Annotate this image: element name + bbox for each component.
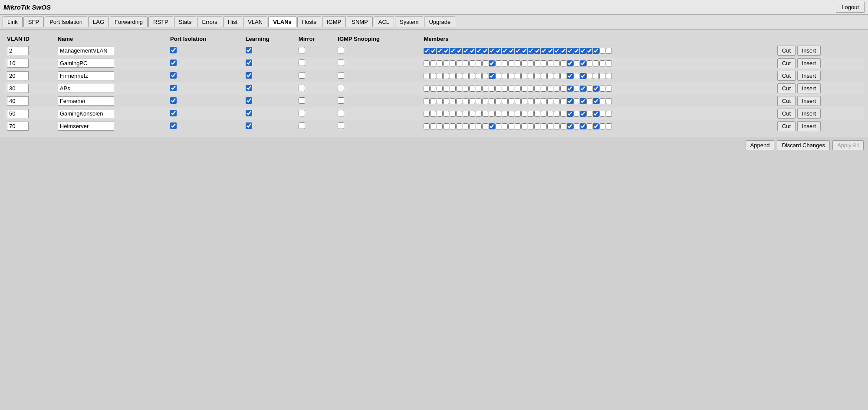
member-checkbox-21[interactable] (560, 86, 566, 92)
member-checkbox-22[interactable] (567, 48, 573, 54)
member-checkbox-8[interactable] (476, 60, 482, 66)
member-checkbox-23[interactable] (573, 123, 579, 129)
member-checkbox-10[interactable] (489, 86, 495, 92)
member-checkbox-13[interactable] (508, 123, 514, 129)
port-isolation-checkbox[interactable] (170, 60, 177, 66)
member-checkbox-17[interactable] (534, 73, 540, 79)
cut-button[interactable]: Cut (777, 46, 796, 56)
member-checkbox-9[interactable] (482, 111, 488, 117)
member-checkbox-17[interactable] (534, 48, 540, 54)
member-checkbox-12[interactable] (502, 48, 508, 54)
member-checkbox-25[interactable] (586, 48, 592, 54)
port-isolation-checkbox[interactable] (170, 97, 177, 104)
member-checkbox-23[interactable] (573, 73, 579, 79)
vlan-name-input[interactable] (58, 109, 114, 118)
member-checkbox-25[interactable] (586, 98, 592, 104)
member-checkbox-16[interactable] (528, 48, 534, 54)
nav-tab-acl[interactable]: ACL (374, 17, 394, 27)
member-checkbox-18[interactable] (541, 86, 547, 92)
member-checkbox-3[interactable] (443, 123, 449, 129)
member-checkbox-17[interactable] (534, 111, 540, 117)
member-checkbox-11[interactable] (495, 111, 501, 117)
nav-tab-sfp[interactable]: SFP (23, 17, 44, 27)
igmp-snooping-checkbox[interactable] (338, 97, 344, 104)
vlan-id-input[interactable] (7, 122, 29, 131)
member-checkbox-19[interactable] (547, 111, 553, 117)
member-checkbox-7[interactable] (469, 86, 475, 92)
member-checkbox-25[interactable] (586, 86, 592, 92)
member-checkbox-1[interactable] (430, 60, 436, 66)
igmp-snooping-checkbox[interactable] (338, 122, 344, 129)
member-checkbox-3[interactable] (443, 86, 449, 92)
member-checkbox-2[interactable] (437, 123, 443, 129)
member-checkbox-23[interactable] (573, 86, 579, 92)
append-button[interactable]: Append (746, 140, 775, 150)
member-checkbox-23[interactable] (573, 98, 579, 104)
member-checkbox-6[interactable] (463, 73, 469, 79)
member-checkbox-19[interactable] (547, 123, 553, 129)
mirror-checkbox[interactable] (299, 97, 305, 104)
nav-tab-stats[interactable]: Stats (174, 17, 197, 27)
member-checkbox-14[interactable] (515, 98, 521, 104)
igmp-snooping-checkbox[interactable] (338, 85, 344, 91)
port-isolation-checkbox[interactable] (170, 72, 177, 79)
cut-button[interactable]: Cut (777, 71, 796, 81)
member-checkbox-3[interactable] (443, 98, 449, 104)
learning-checkbox[interactable] (246, 110, 252, 116)
member-checkbox-1[interactable] (430, 86, 436, 92)
member-checkbox-11[interactable] (495, 98, 501, 104)
member-checkbox-28[interactable] (606, 60, 612, 66)
mirror-checkbox[interactable] (299, 122, 305, 129)
member-checkbox-11[interactable] (495, 48, 501, 54)
member-checkbox-19[interactable] (547, 48, 553, 54)
member-checkbox-10[interactable] (489, 73, 495, 79)
member-checkbox-1[interactable] (430, 98, 436, 104)
member-checkbox-5[interactable] (456, 73, 462, 79)
member-checkbox-13[interactable] (508, 98, 514, 104)
member-checkbox-28[interactable] (606, 86, 612, 92)
member-checkbox-8[interactable] (476, 98, 482, 104)
member-checkbox-12[interactable] (502, 60, 508, 66)
member-checkbox-4[interactable] (450, 73, 456, 79)
member-checkbox-19[interactable] (547, 73, 553, 79)
member-checkbox-18[interactable] (541, 98, 547, 104)
member-checkbox-12[interactable] (502, 86, 508, 92)
member-checkbox-6[interactable] (463, 48, 469, 54)
member-checkbox-27[interactable] (599, 48, 605, 54)
member-checkbox-26[interactable] (593, 73, 599, 79)
member-checkbox-17[interactable] (534, 123, 540, 129)
member-checkbox-28[interactable] (606, 73, 612, 79)
learning-checkbox[interactable] (246, 60, 252, 66)
member-checkbox-7[interactable] (469, 60, 475, 66)
member-checkbox-10[interactable] (489, 111, 495, 117)
member-checkbox-11[interactable] (495, 60, 501, 66)
member-checkbox-28[interactable] (606, 48, 612, 54)
member-checkbox-4[interactable] (450, 60, 456, 66)
member-checkbox-14[interactable] (515, 123, 521, 129)
insert-button[interactable]: Insert (797, 58, 821, 68)
member-checkbox-5[interactable] (456, 111, 462, 117)
member-checkbox-12[interactable] (502, 98, 508, 104)
member-checkbox-2[interactable] (437, 98, 443, 104)
learning-checkbox[interactable] (246, 72, 252, 79)
member-checkbox-18[interactable] (541, 48, 547, 54)
member-checkbox-22[interactable] (567, 123, 573, 129)
member-checkbox-20[interactable] (554, 60, 560, 66)
member-checkbox-16[interactable] (528, 98, 534, 104)
mirror-checkbox[interactable] (299, 110, 305, 116)
member-checkbox-8[interactable] (476, 123, 482, 129)
vlan-id-input[interactable] (7, 46, 29, 55)
member-checkbox-14[interactable] (515, 73, 521, 79)
member-checkbox-24[interactable] (580, 86, 586, 92)
member-checkbox-13[interactable] (508, 73, 514, 79)
member-checkbox-3[interactable] (443, 73, 449, 79)
member-checkbox-22[interactable] (567, 60, 573, 66)
igmp-snooping-checkbox[interactable] (338, 47, 344, 53)
member-checkbox-7[interactable] (469, 111, 475, 117)
member-checkbox-5[interactable] (456, 86, 462, 92)
member-checkbox-16[interactable] (528, 73, 534, 79)
member-checkbox-28[interactable] (606, 111, 612, 117)
member-checkbox-8[interactable] (476, 48, 482, 54)
insert-button[interactable]: Insert (797, 46, 821, 56)
cut-button[interactable]: Cut (777, 58, 796, 68)
